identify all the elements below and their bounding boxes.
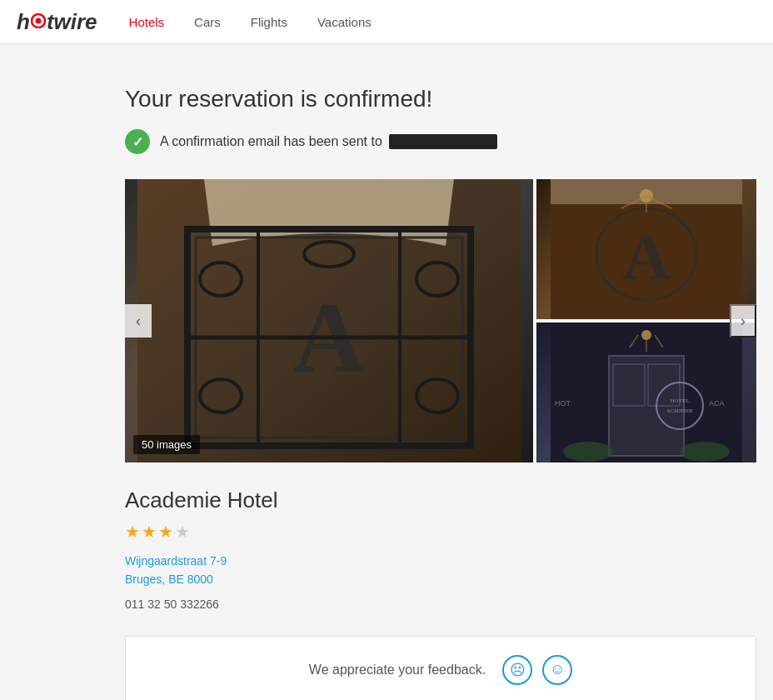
gallery-main-image: A ‹ 50 images — [125, 179, 533, 462]
gallery-side-image-bottom: HOTEL ACADEMIE HOT ACA — [536, 322, 756, 462]
feedback-icons: ☹ ☺ — [502, 655, 572, 685]
gallery-side-images: A — [536, 179, 756, 462]
logo[interactable]: h twire — [17, 9, 97, 35]
hotel-address-line2: Bruges, BE 8000 — [125, 570, 756, 588]
svg-text:HOTEL: HOTEL — [671, 398, 690, 404]
hotel-stars: ★ ★ ★ ★ — [125, 522, 756, 542]
main-nav: Hotels Cars Flights Vacations — [114, 0, 386, 44]
star-3: ★ — [158, 522, 173, 542]
svg-text:HOT: HOT — [555, 399, 571, 408]
gallery-prev-button[interactable]: ‹ — [125, 304, 152, 338]
svg-point-36 — [680, 442, 730, 462]
hotel-name: Academie Hotel — [125, 488, 756, 513]
ironwork-svg: A — [137, 179, 521, 462]
sad-face-icon: ☹ — [510, 661, 526, 679]
nav-cars[interactable]: Cars — [179, 0, 236, 44]
hotel-address-line1: Wijngaardstraat 7-9 — [125, 552, 756, 570]
nav-vacations[interactable]: Vacations — [302, 0, 386, 44]
redacted-email — [389, 134, 497, 149]
confirmation-email-row: ✓ A confirmation email has been sent to — [125, 129, 756, 154]
feedback-text: We appreciate your feedback. — [309, 662, 486, 678]
nav-flights[interactable]: Flights — [236, 0, 302, 44]
svg-text:ACADEMIE: ACADEMIE — [666, 408, 693, 413]
header: h twire Hotels Cars Flights Vacations — [0, 0, 773, 44]
check-circle-icon: ✓ — [125, 129, 150, 154]
logo-dot-icon — [31, 13, 46, 28]
main-content: Your reservation is confirmed! ✓ A confi… — [0, 44, 773, 700]
nav-hotels[interactable]: Hotels — [114, 0, 180, 44]
email-confirmation-text: A confirmation email has been sent to — [160, 134, 497, 150]
hotel-phone: 011 32 50 332266 — [125, 598, 756, 611]
image-count-badge: 50 images — [133, 435, 200, 454]
gallery-next-button[interactable]: › — [730, 304, 756, 338]
feedback-sad-button[interactable]: ☹ — [502, 655, 532, 685]
hotel-gallery: A ‹ 50 images — [125, 179, 756, 462]
feedback-bar: We appreciate your feedback. ☹ ☺ — [125, 636, 756, 700]
confirmation-title: Your reservation is confirmed! — [125, 86, 756, 112]
svg-point-1 — [35, 18, 41, 24]
happy-face-icon: ☺ — [550, 661, 565, 678]
hotel-address[interactable]: Wijngaardstraat 7-9 Bruges, BE 8000 — [125, 552, 756, 589]
star-1: ★ — [125, 522, 140, 542]
svg-point-35 — [563, 442, 613, 462]
star-2: ★ — [142, 522, 157, 542]
feedback-happy-button[interactable]: ☺ — [542, 655, 572, 685]
svg-text:A: A — [622, 220, 671, 293]
gallery-side-image-top: A — [536, 179, 756, 319]
star-4: ★ — [175, 522, 190, 542]
svg-text:ACA: ACA — [709, 399, 725, 408]
